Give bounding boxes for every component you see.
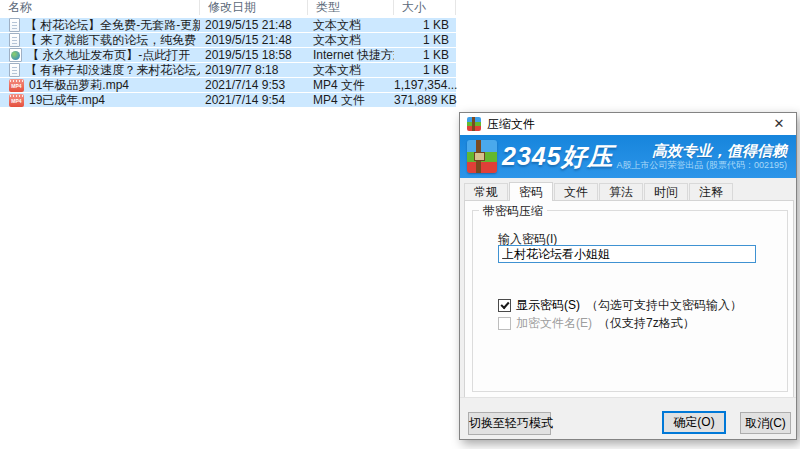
tab-general[interactable]: 常规 — [464, 183, 508, 200]
internet-shortcut-icon — [9, 48, 22, 62]
file-type: MP4 文件 — [308, 92, 394, 109]
encrypt-filenames-checkbox[interactable]: 加密文件名(E) （仅支持7z格式） — [498, 315, 695, 332]
file-name-cell: 【 村花论坛】全免费-无套路-更新快.txt — [0, 18, 200, 32]
haozip-archive-icon — [467, 140, 497, 173]
password-input[interactable] — [498, 245, 756, 263]
file-date: 2019/5/15 18:58 — [200, 48, 308, 62]
file-name: 【 有种子却没速度？来村花论坛人工加... — [25, 63, 200, 77]
column-header-name[interactable]: 名称 — [0, 0, 200, 15]
file-size: 1 KB — [394, 48, 456, 62]
mp4-file-icon — [9, 94, 24, 107]
file-name: 【 永久地址发布页】-点此打开 — [27, 48, 190, 62]
ok-button[interactable]: 确定(O) — [662, 411, 726, 434]
file-list: 名称 修改日期 类型 大小 【 村花论坛】全免费-无套路-更新快.txt 201… — [0, 0, 456, 108]
file-name-cell: 【 来了就能下载的论坛，纯免费！】.txt — [0, 33, 200, 47]
file-name: 【 来了就能下载的论坛，纯免费！】.txt — [25, 33, 200, 47]
file-size: 371,889 KB — [394, 93, 456, 107]
banner-subtitle: A股上市公司荣誉出品 (股票代码：002195) — [616, 159, 787, 171]
column-header-size[interactable]: 大小 — [394, 0, 456, 15]
show-password-label: 显示密码(S) — [516, 297, 580, 314]
file-date: 2021/7/14 9:53 — [200, 78, 308, 92]
text-file-icon — [9, 33, 20, 47]
file-name-cell: 19已成年.mp4 — [0, 93, 200, 107]
tab-password[interactable]: 密码 — [509, 182, 553, 201]
close-icon[interactable]: ✕ — [763, 113, 795, 135]
encrypt-filenames-label: 加密文件名(E) — [516, 315, 592, 332]
file-name: 【 村花论坛】全免费-无套路-更新快.txt — [25, 18, 200, 32]
dialog-titlebar[interactable]: 压缩文件 ✕ — [460, 113, 796, 135]
dialog-title: 压缩文件 — [487, 116, 535, 133]
file-size: 1 KB — [394, 63, 456, 77]
file-name-cell: 【 有种子却没速度？来村花论坛人工加... — [0, 63, 200, 77]
encrypt-filenames-hint: （仅支持7z格式） — [598, 315, 695, 332]
mp4-file-icon — [9, 79, 24, 92]
dialog-tabbar: 常规 密码 文件 算法 时间 注释 — [464, 182, 734, 200]
file-size: 1 KB — [394, 18, 456, 32]
file-name: 19已成年.mp4 — [29, 93, 105, 107]
tab-algorithm[interactable]: 算法 — [599, 183, 643, 200]
file-name: 01年极品萝莉.mp4 — [29, 78, 129, 92]
show-password-hint: （勾选可支持中文密码输入） — [586, 297, 742, 314]
file-list-header: 名称 修改日期 类型 大小 — [0, 0, 456, 15]
column-header-type[interactable]: 类型 — [308, 0, 394, 15]
tab-comment[interactable]: 注释 — [689, 183, 733, 200]
switch-lite-mode-button[interactable]: 切换至轻巧模式 — [468, 412, 551, 435]
file-date: 2019/5/15 21:48 — [200, 18, 308, 32]
file-date: 2021/7/14 9:54 — [200, 93, 308, 107]
column-header-date-modified[interactable]: 修改日期 — [200, 0, 308, 15]
brand-logo-text: 2345好压 — [502, 140, 614, 173]
haozip-logo-icon — [467, 117, 481, 131]
banner-slogan-block: 高效专业，值得信赖 A股上市公司荣誉出品 (股票代码：002195) — [616, 142, 787, 171]
file-date: 2019/7/7 8:18 — [200, 63, 308, 77]
tab-files[interactable]: 文件 — [554, 183, 598, 200]
show-password-checkbox[interactable]: 显示密码(S) （勾选可支持中文密码输入） — [498, 297, 742, 314]
file-date: 2019/5/15 21:48 — [200, 33, 308, 47]
text-file-icon — [9, 63, 20, 77]
checkbox-checked-icon[interactable] — [498, 299, 511, 312]
brand-banner: 2345好压 高效专业，值得信赖 A股上市公司荣誉出品 (股票代码：002195… — [460, 135, 796, 178]
text-file-icon — [9, 18, 20, 32]
file-name-cell: 01年极品萝莉.mp4 — [0, 78, 200, 92]
compress-dialog: 压缩文件 ✕ 2345好压 高效专业，值得信赖 A股上市公司荣誉出品 (股票代码… — [459, 112, 797, 440]
cancel-button[interactable]: 取消(C) — [740, 412, 791, 434]
file-size: 1,197,354... — [394, 78, 456, 92]
tab-time[interactable]: 时间 — [644, 183, 688, 200]
groupbox-title: 带密码压缩 — [479, 203, 547, 220]
banner-tagline: 高效专业，值得信赖 — [616, 142, 787, 159]
table-row[interactable]: 19已成年.mp4 2021/7/14 9:54 MP4 文件 371,889 … — [0, 93, 456, 108]
file-size: 1 KB — [394, 33, 456, 47]
checkbox-unchecked-icon[interactable] — [498, 317, 511, 330]
file-rows: 【 村花论坛】全免费-无套路-更新快.txt 2019/5/15 21:48 文… — [0, 18, 456, 108]
file-name-cell: 【 永久地址发布页】-点此打开 — [0, 48, 200, 62]
